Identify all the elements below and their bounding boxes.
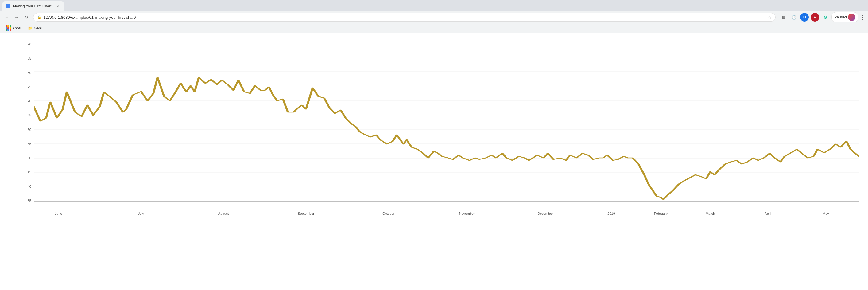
y-label-50: 50: [19, 156, 34, 160]
apps-grid-icon: [5, 26, 11, 31]
chart-container: 90 85 80 75 70 65 60 55 50 45 40 35: [0, 40, 865, 284]
y-label-55: 55: [19, 142, 34, 146]
y-label-35: 35: [19, 199, 34, 202]
x-label-october: October: [382, 212, 394, 215]
x-label-2019: 2019: [608, 212, 615, 215]
bookmark-apps[interactable]: Apps: [4, 25, 22, 32]
tab-close-button[interactable]: ✕: [55, 4, 60, 9]
bookmark-genui[interactable]: 📁 GenUI: [26, 26, 46, 31]
meet-icon[interactable]: M: [800, 13, 809, 22]
y-label-70: 70: [19, 99, 34, 103]
y-label-75: 75: [19, 85, 34, 89]
y-label-85: 85: [19, 57, 34, 60]
lock-icon: 🔒: [37, 16, 41, 19]
x-label-december: December: [537, 212, 553, 215]
toolbar: ← → ↻ 🔒 127.0.0.1:8080/examples/01-makin…: [0, 11, 868, 23]
x-label-june: June: [55, 212, 62, 215]
x-label-february: February: [654, 212, 668, 215]
forward-button[interactable]: →: [12, 13, 21, 22]
y-label-60: 60: [19, 128, 34, 132]
y-axis: 90 85 80 75 70 65 60 55 50 45 40 35: [19, 43, 34, 202]
y-label-45: 45: [19, 171, 34, 174]
reload-button[interactable]: ↻: [22, 13, 31, 22]
x-label-august: August: [218, 212, 229, 215]
page-content: 90 85 80 75 70 65 60 55 50 45 40 35: [0, 33, 868, 290]
folder-icon: 📁: [28, 26, 33, 30]
chart-svg: [34, 43, 859, 202]
browser-chrome: Making Your First Chart ✕ ← → ↻ 🔒 127.0.…: [0, 0, 868, 33]
back-button[interactable]: ←: [2, 13, 11, 22]
y-label-80: 80: [19, 71, 34, 75]
bookmarks-bar: Apps 📁 GenUI: [0, 23, 868, 33]
y-label-90: 90: [19, 43, 34, 46]
url-text: 127.0.0.1:8080/examples/01-making-your-f…: [43, 15, 766, 20]
toolbar-icons: ⊞ 🕐 M H G Paused ⋮: [779, 12, 866, 23]
x-label-may: May: [823, 212, 829, 215]
x-label-july: July: [138, 212, 144, 215]
profile-button[interactable]: Paused: [832, 12, 858, 23]
address-bar[interactable]: 🔒 127.0.0.1:8080/examples/01-making-your…: [33, 13, 776, 22]
tab-bar: Making Your First Chart ✕: [0, 0, 868, 11]
x-label-november: November: [459, 212, 475, 215]
tab-favicon: [6, 4, 10, 8]
x-label-april: April: [765, 212, 771, 215]
chart-line: [34, 78, 859, 199]
genui-label: GenUI: [34, 26, 44, 30]
x-label-september: September: [298, 212, 314, 215]
apps-label: Apps: [12, 26, 21, 30]
hypothesis-icon[interactable]: H: [811, 13, 819, 22]
bookmark-star-icon[interactable]: ☆: [768, 15, 772, 20]
x-label-march: March: [706, 212, 715, 215]
profile-label: Paused: [834, 15, 847, 19]
tab-title: Making Your First Chart: [13, 4, 53, 8]
grammarly-icon[interactable]: G: [821, 13, 830, 22]
active-tab[interactable]: Making Your First Chart ✕: [2, 1, 64, 11]
y-label-40: 40: [19, 185, 34, 188]
chart-area: 90 85 80 75 70 65 60 55 50 45 40 35: [19, 43, 859, 202]
profile-avatar: [848, 13, 856, 21]
clock-extension-icon[interactable]: 🕐: [790, 13, 798, 22]
extensions-icon[interactable]: ⊞: [779, 13, 788, 22]
y-label-65: 65: [19, 114, 34, 117]
menu-icon[interactable]: ⋮: [860, 14, 866, 21]
